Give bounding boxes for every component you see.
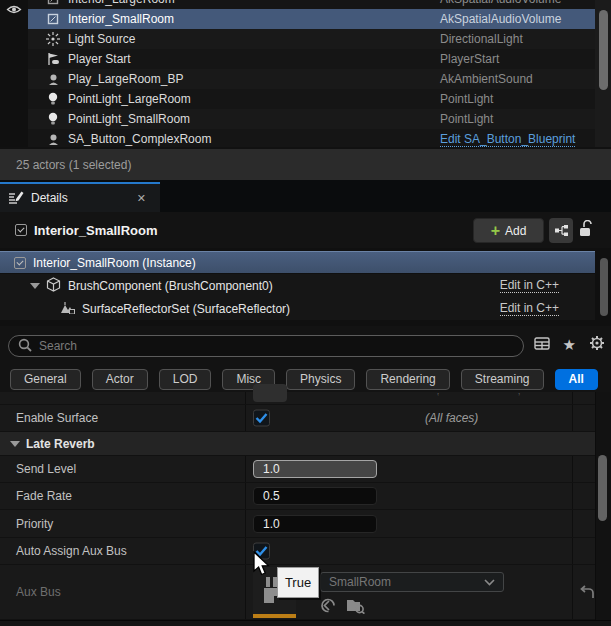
plus-icon: +	[491, 223, 500, 239]
browse-asset-icon[interactable]	[346, 598, 365, 617]
use-selected-asset-icon[interactable]	[320, 597, 337, 617]
actor-type: AkSpatialAudioVolume	[440, 0, 561, 6]
enable-surface-label: Enable Surface	[16, 411, 98, 425]
outliner-row[interactable]: Player Start PlayerStart	[28, 49, 595, 69]
world-outliner: Interior_LargeRoom AkSpatialAudioVolume …	[0, 0, 611, 147]
actor-type: PlayerStart	[440, 52, 499, 66]
bottom-strip	[0, 620, 611, 626]
section-late-reverb[interactable]: Late Reverb	[0, 432, 595, 456]
instance-label: Interior_SmallRoom (Instance)	[33, 256, 196, 270]
aux-bus-label: Aux Bus	[16, 585, 61, 599]
details-search-row: Search ★	[0, 326, 611, 366]
brush-component-label: BrushComponent (BrushComponent0)	[68, 279, 273, 293]
tab-details-label: Details	[31, 191, 68, 205]
actor-name: PointLight_LargeRoom	[68, 92, 191, 106]
unreal-editor-panel: Interior_LargeRoom AkSpatialAudioVolume …	[0, 0, 611, 626]
actor-checkbox-icon[interactable]	[15, 224, 27, 236]
outliner-scrollbar-track[interactable]	[595, 0, 611, 147]
tree-row-instance[interactable]: Interior_SmallRoom (Instance)	[0, 251, 595, 273]
outliner-row[interactable]: Light Source DirectionalLight	[28, 29, 595, 49]
outliner-row-selected[interactable]: Interior_SmallRoom AkSpatialAudioVolume	[28, 9, 595, 29]
outliner-row[interactable]: SA_Button_ComplexRoom Edit SA_Button_Blu…	[28, 129, 595, 147]
clipped-text-fragment: ‛ ’	[437, 392, 558, 403]
edit-blueprint-link[interactable]: Edit SA_Button_Blueprint	[440, 132, 575, 147]
filter-all[interactable]: All	[555, 369, 598, 390]
expand-caret-icon[interactable]	[30, 283, 40, 289]
search-placeholder: Search	[39, 339, 77, 353]
speaker-icon	[46, 72, 60, 86]
edit-in-cpp-link[interactable]: Edit in C++	[500, 278, 559, 293]
actor-type: PointLight	[440, 92, 493, 106]
blueprint-graph-button[interactable]	[549, 218, 573, 243]
visibility-gutter	[0, 0, 28, 147]
section-title: Late Reverb	[26, 437, 95, 451]
aux-bus-value: SmallRoom	[329, 575, 391, 589]
row-priority: Priority 1.0	[0, 510, 595, 538]
add-component-button[interactable]: + Add	[473, 218, 544, 243]
priority-label: Priority	[16, 517, 53, 531]
unlock-icon[interactable]	[578, 220, 593, 240]
section-caret-icon[interactable]	[10, 441, 20, 447]
details-pencil-icon	[8, 190, 24, 207]
clipped-input-fragment	[253, 384, 287, 402]
bulb-icon	[46, 112, 60, 126]
search-icon	[18, 338, 32, 355]
outliner-row[interactable]: PointLight_LargeRoom PointLight	[28, 89, 595, 109]
fade-rate-input[interactable]: 0.5	[253, 487, 377, 505]
mouse-cursor-icon	[251, 551, 273, 582]
display-filter-icon[interactable]	[534, 337, 550, 353]
chevron-down-icon	[484, 575, 495, 589]
tooltip-text: True	[285, 575, 311, 590]
tree-row-brush-component[interactable]: BrushComponent (BrushComponent0) Edit in…	[0, 274, 595, 297]
filter-physics[interactable]: Physics	[286, 369, 355, 390]
actor-type: PointLight	[440, 112, 493, 126]
actor-type: AkSpatialAudioVolume	[440, 12, 561, 26]
actor-name: Interior_LargeRoom	[68, 0, 175, 6]
fade-rate-label: Fade Rate	[16, 489, 72, 503]
outliner-scrollbar-thumb[interactable]	[599, 10, 608, 90]
outliner-row[interactable]: Interior_LargeRoom AkSpatialAudioVolume	[28, 0, 595, 9]
surface-reflector-label: SurfaceReflectorSet (SurfaceReflector)	[82, 302, 290, 316]
surface-reflector-icon	[60, 301, 75, 317]
enable-surface-checkbox[interactable]	[253, 410, 270, 427]
aux-bus-dropdown[interactable]: SmallRoom	[320, 572, 504, 592]
outliner-row[interactable]: Play_LargeRoom_BP AkAmbientSound	[28, 69, 595, 89]
filter-general[interactable]: General	[10, 369, 81, 390]
tab-details[interactable]: Details ✕	[0, 182, 160, 212]
row-send-level: Send Level 1.0	[0, 456, 595, 483]
search-input[interactable]: Search	[8, 335, 524, 357]
favorites-star-icon[interactable]: ★	[563, 337, 576, 352]
clipped-row: ‛ ’	[0, 392, 595, 405]
actor-name: Light Source	[68, 32, 135, 46]
reset-to-default-icon[interactable]	[578, 585, 596, 603]
spatial-audio-volume-icon	[46, 12, 60, 26]
speaker-icon	[46, 132, 60, 146]
row-fade-rate: Fade Rate 0.5	[0, 483, 595, 510]
tab-close-icon[interactable]: ✕	[137, 192, 146, 205]
details-scrollbar-thumb[interactable]	[598, 455, 607, 521]
value-tooltip: True	[277, 567, 319, 598]
actor-name: SA_Button_ComplexRoom	[68, 132, 211, 146]
outliner-row[interactable]: PointLight_SmallRoom PointLight	[28, 109, 595, 129]
filter-actor[interactable]: Actor	[92, 369, 148, 390]
details-header: Interior_SmallRoom + Add	[0, 212, 611, 248]
component-tree: Interior_SmallRoom (Instance) BrushCompo…	[0, 248, 611, 326]
visibility-eye-icon[interactable]	[6, 4, 22, 18]
filter-lod[interactable]: LOD	[159, 369, 212, 390]
tree-row-surface-reflector[interactable]: SurfaceReflectorSet (SurfaceReflector) E…	[0, 297, 595, 320]
filter-streaming[interactable]: Streaming	[461, 369, 544, 390]
filter-rendering[interactable]: Rendering	[366, 369, 449, 390]
details-scrollbar-track[interactable]	[595, 392, 611, 620]
cube-icon	[46, 277, 61, 295]
outliner-status-bar: 25 actors (1 selected)	[0, 147, 611, 180]
instance-checkbox-icon[interactable]	[14, 257, 26, 269]
bulb-icon	[46, 92, 60, 106]
actor-name: PointLight_SmallRoom	[68, 112, 190, 126]
settings-gear-icon[interactable]	[589, 335, 605, 354]
send-level-input[interactable]: 1.0	[253, 460, 377, 478]
actor-type: AkAmbientSound	[440, 72, 533, 86]
edit-in-cpp-link[interactable]: Edit in C++	[500, 301, 559, 316]
priority-input[interactable]: 1.0	[253, 515, 377, 533]
all-faces-note: (All faces)	[425, 411, 478, 425]
tree-scrollbar-thumb[interactable]	[600, 258, 608, 316]
